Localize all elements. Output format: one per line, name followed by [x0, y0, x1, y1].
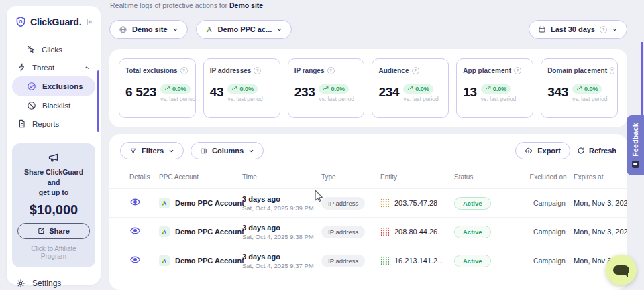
stat-change: 0.0%	[584, 86, 598, 92]
sidebar-item-label: Threat	[32, 64, 54, 72]
help-icon[interactable]: ?	[254, 67, 261, 74]
sidebar-item-settings[interactable]: Settings	[7, 279, 101, 288]
help-icon: ?	[600, 26, 607, 33]
stat-compare-label: vs. last period	[160, 96, 189, 102]
cell-time-relative: 3 days ago	[242, 224, 321, 232]
sidebar-scrollbar[interactable]	[97, 70, 99, 132]
stat-change: 0.0%	[172, 86, 186, 92]
chevron-down-icon	[276, 27, 282, 33]
cell-ppc-account: Demo PPC Account	[175, 199, 244, 207]
cloud-upload-icon	[525, 147, 533, 155]
stat-card-ip-ranges: IP ranges? 233 0.0% vs. last period	[288, 58, 365, 118]
table-row[interactable]: Demo PPC Account 3 days agoSat, Oct 4, 2…	[109, 246, 627, 275]
megaphone-icon	[17, 151, 90, 163]
status-badge: Active	[454, 255, 491, 267]
chevron-down-icon	[248, 148, 254, 154]
chevron-down-icon	[168, 148, 174, 154]
help-icon[interactable]: ?	[180, 67, 188, 74]
calendar-icon	[538, 25, 546, 33]
google-ads-icon	[159, 198, 170, 208]
date-range-selector[interactable]: Last 30 days ?	[529, 20, 627, 39]
entity-identicon	[380, 198, 390, 208]
cell-excluded-on: Campaign	[529, 257, 570, 265]
help-icon[interactable]: ?	[514, 67, 521, 74]
shield-logo-icon: G	[15, 16, 27, 28]
site-selector-value: Demo site	[132, 25, 168, 33]
svg-text:G: G	[19, 19, 22, 24]
trend-badge: 0.0%	[403, 84, 433, 94]
trend-badge: 0.0%	[572, 84, 602, 94]
help-icon[interactable]: ?	[610, 67, 614, 74]
stats-panel: Total exclusions? 6 523 0.0% vs. last pe…	[109, 49, 627, 127]
selector-row: Demo site Demo PPC ac... Last 30 days ?	[109, 20, 627, 39]
sidebar-item-threat[interactable]: Threat	[12, 58, 95, 76]
stat-value: 234	[378, 85, 399, 100]
subtitle-text: Realtime logs of protective actions for	[110, 1, 227, 9]
filters-button[interactable]: Filters	[120, 142, 184, 159]
funnel-icon	[129, 147, 137, 155]
exclusions-log-panel: Filters Columns Export	[109, 134, 627, 290]
affiliate-promo-card: Share ClickGuard and get up to $10,000 S…	[12, 143, 95, 267]
ppc-account-selector[interactable]: Demo PPC ac...	[196, 20, 292, 39]
feedback-icon	[632, 161, 639, 168]
sidebar-item-exclusions[interactable]: Exclusions	[12, 76, 95, 96]
gear-icon	[16, 279, 25, 288]
columns-label: Columns	[212, 147, 244, 155]
stat-card-domain-placement: Domain placement? 343 0.0% vs. last peri…	[541, 58, 618, 118]
share-button[interactable]: Share	[17, 223, 90, 239]
refresh-button[interactable]: Refresh	[577, 147, 616, 155]
sidebar-item-blacklist[interactable]: Blacklist	[12, 96, 95, 115]
sidebar-menu: Clicks Threat Exclusions	[7, 32, 101, 133]
google-ads-icon	[159, 255, 170, 266]
table-row[interactable]: Demo PPC Account 3 days agoSat, Oct 4, 2…	[109, 189, 627, 218]
chevron-down-icon	[172, 27, 178, 33]
cell-expires-at: Mon, Nov 3, 2025	[574, 228, 627, 236]
chevron-down-icon	[612, 27, 618, 33]
table-header-row: Details PPC Account Time Type Entity Sta…	[109, 165, 627, 189]
columns-button[interactable]: Columns	[191, 142, 264, 159]
logo: G ClickGuard.	[7, 6, 101, 32]
cell-entity: 16.213.141.2...	[394, 257, 443, 265]
stat-change: 0.0%	[415, 86, 429, 92]
view-details-button[interactable]	[129, 225, 141, 236]
col-header-status: Status	[454, 165, 529, 188]
google-ads-icon	[159, 226, 170, 237]
export-label: Export	[537, 147, 561, 155]
date-range-value: Last 30 days	[551, 25, 595, 33]
view-details-button[interactable]	[129, 254, 141, 265]
col-header-ppc-account: PPC Account	[159, 165, 242, 188]
help-icon[interactable]: ?	[412, 67, 419, 74]
stat-change: 0.0%	[331, 86, 345, 92]
trend-badge: 0.0%	[319, 84, 349, 94]
promo-footer[interactable]: Click to Affiliate Program	[17, 245, 90, 260]
page-scrollbar[interactable]	[641, 42, 643, 115]
stat-value: 343	[547, 85, 568, 100]
globe-icon	[119, 25, 127, 34]
sidebar-item-reports[interactable]: Reports	[12, 115, 95, 133]
cell-time-absolute: Sat, Oct 4, 2025 9:37 PM	[242, 262, 321, 269]
help-icon[interactable]: ?	[327, 67, 335, 74]
export-button[interactable]: Export	[515, 142, 570, 159]
col-header-details: Details	[129, 165, 159, 188]
stat-value: 233	[294, 85, 315, 100]
stat-value: 43	[210, 85, 224, 100]
type-badge: IP address	[321, 226, 365, 238]
chat-launcher-button[interactable]	[606, 255, 637, 285]
cell-excluded-on: Campaign	[529, 199, 570, 207]
sidebar-collapse-icon[interactable]	[85, 17, 94, 27]
entity-identicon	[380, 256, 390, 265]
promo-amount: $10,000	[17, 202, 90, 218]
site-selector[interactable]: Demo site	[109, 20, 188, 39]
feedback-tab[interactable]: Feedback	[627, 115, 644, 175]
stat-change: 0.0%	[493, 86, 507, 92]
logo-text: ClickGuard.	[30, 17, 81, 27]
sidebar-item-label: Blacklist	[42, 102, 70, 110]
stat-card-audience: Audience? 234 0.0% vs. last period	[372, 58, 449, 118]
subtitle-site-name: Demo site	[229, 1, 263, 9]
sidebar-item-label: Clicks	[42, 46, 62, 54]
table-row[interactable]: Demo PPC Account 3 days agoSat, Oct 4, 2…	[109, 218, 627, 246]
stat-value: 13	[463, 85, 477, 100]
view-details-button[interactable]	[129, 196, 141, 208]
refresh-label: Refresh	[589, 147, 616, 155]
sidebar-item-clicks[interactable]: Clicks	[12, 40, 95, 58]
